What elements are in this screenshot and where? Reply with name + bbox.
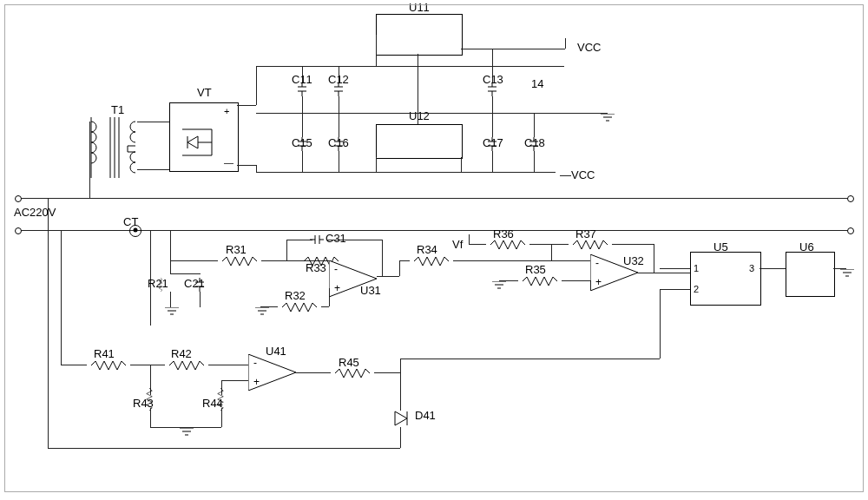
u41-icon: -+ <box>248 354 300 391</box>
gnd-icon-4 <box>492 281 506 292</box>
c11-label: C11 <box>292 74 312 85</box>
gnd-icon-3 <box>255 307 269 318</box>
u31-label: U31 <box>360 285 381 296</box>
r32-label: R32 <box>285 290 306 301</box>
transformer-t1-icon <box>89 117 137 178</box>
u11-label: U11 <box>409 2 430 13</box>
svg-text:-: - <box>253 357 257 369</box>
gnd-icon-1 <box>601 114 615 124</box>
c17-label: C17 <box>483 137 503 148</box>
u12-box <box>376 124 463 159</box>
d41-label: D41 <box>415 410 436 421</box>
r33-label: R33 <box>306 262 326 273</box>
r44-label: R44 <box>202 398 223 409</box>
r31-label: R31 <box>226 244 247 255</box>
c21-label: C21 <box>184 278 205 289</box>
ac-terminal-bot <box>15 227 22 234</box>
u12-label: U12 <box>409 110 430 122</box>
svg-text:+: + <box>595 276 602 288</box>
vt-plus-pin: + <box>224 106 229 117</box>
r41-icon <box>87 360 130 369</box>
r34-icon <box>410 256 453 265</box>
gnd-icon-5 <box>840 269 854 280</box>
r36-label: R36 <box>493 228 514 240</box>
r41-label: R41 <box>94 348 115 359</box>
svg-text:+: + <box>334 282 340 294</box>
c12-label: C12 <box>328 74 349 85</box>
u32-label: U32 <box>623 255 644 266</box>
u5-box <box>690 252 761 306</box>
u5-pin3: 3 <box>749 263 754 274</box>
r42-label: R42 <box>171 348 192 359</box>
c31-label: C31 <box>326 233 346 244</box>
r37-icon <box>569 240 612 248</box>
r32-icon <box>278 302 321 311</box>
net-14-label: 14 <box>531 78 543 89</box>
r35-label: R35 <box>525 264 546 275</box>
r42-icon <box>165 360 208 369</box>
gnd-icon-2 <box>165 307 179 318</box>
c13-label: C13 <box>483 74 503 85</box>
svg-marker-7 <box>187 136 198 148</box>
c15-label: C15 <box>292 137 312 148</box>
ac-terminal-top-r <box>847 195 854 202</box>
t1-label: T1 <box>111 104 124 115</box>
svg-text:+: + <box>253 376 260 388</box>
c16-label: C16 <box>328 137 349 148</box>
ac-terminal-bot-r <box>847 227 854 234</box>
r37-label: R37 <box>575 228 596 240</box>
vt-minus-pin: — <box>224 157 233 168</box>
neg-vcc-label: —VCC <box>560 169 595 181</box>
u5-label: U5 <box>713 241 728 253</box>
r35-icon <box>518 276 562 285</box>
gnd-icon-6 <box>180 428 194 438</box>
u5-pin1: 1 <box>694 263 699 274</box>
u11-box <box>376 14 463 56</box>
r36-icon <box>486 240 529 248</box>
c31-icon <box>310 235 324 244</box>
schematic-canvas: VCC 14 —VCC AC220V Vf T1 VT + — <box>0 0 868 500</box>
r45-icon <box>331 368 374 377</box>
vcc-label: VCC <box>577 42 601 53</box>
u6-label: U6 <box>799 241 814 253</box>
r45-label: R45 <box>339 357 359 368</box>
svg-marker-76 <box>395 411 407 425</box>
r31-icon <box>218 256 261 265</box>
u5-pin2: 2 <box>694 284 699 295</box>
r21-label: R21 <box>148 278 168 289</box>
vt-label: VT <box>197 87 212 98</box>
vf-label: Vf <box>452 239 463 250</box>
u41-label: U41 <box>266 345 286 357</box>
d41-icon <box>392 410 410 427</box>
ac-terminal-top <box>15 195 22 202</box>
r34-label: R34 <box>417 244 437 255</box>
c18-label: C18 <box>524 137 545 148</box>
ac220v-label: AC220V <box>14 207 56 218</box>
u6-box <box>786 252 835 297</box>
svg-text:-: - <box>595 257 599 269</box>
svg-text:-: - <box>334 263 338 275</box>
